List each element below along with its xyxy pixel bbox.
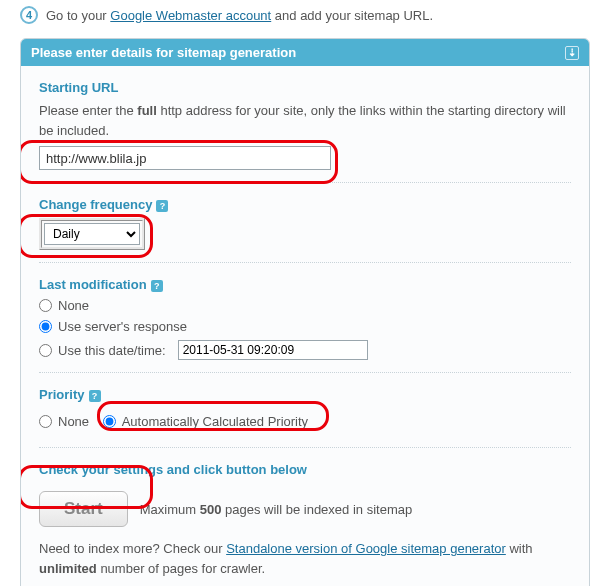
start-section-label: Check your settings and click button bel… xyxy=(39,447,571,477)
sitemap-form-panel: Please enter details for sitemap generat… xyxy=(20,38,590,586)
lastmod-date-input[interactable] xyxy=(178,340,368,360)
priority-label: Priority? xyxy=(39,372,571,402)
help-icon[interactable]: ? xyxy=(156,200,168,212)
help-icon[interactable]: ? xyxy=(89,390,101,402)
priority-auto-label: Automatically Calculated Priority xyxy=(122,414,308,429)
last-modification-label: Last modification? xyxy=(39,262,571,292)
lastmod-none-radio[interactable] xyxy=(39,299,52,312)
panel-header: Please enter details for sitemap generat… xyxy=(21,39,589,66)
lastmod-server-label: Use server's response xyxy=(58,319,187,334)
standalone-generator-link[interactable]: Standalone version of Google sitemap gen… xyxy=(226,541,506,556)
index-more-note: Need to index more? Check our Standalone… xyxy=(39,539,571,578)
change-frequency-wrap: Daily xyxy=(39,218,145,250)
priority-none-label: None xyxy=(58,414,89,429)
starting-url-desc: Please enter the full http address for y… xyxy=(39,101,571,140)
help-icon[interactable]: ? xyxy=(151,280,163,292)
step-text: Go to your Google Webmaster account and … xyxy=(46,8,433,23)
priority-auto-radio[interactable] xyxy=(103,415,116,428)
lastmod-date-label: Use this date/time: xyxy=(58,343,166,358)
starting-url-label: Starting URL xyxy=(39,80,571,95)
step-4-instruction: 4 Go to your Google Webmaster account an… xyxy=(20,6,590,24)
starting-url-input[interactable] xyxy=(39,146,331,170)
google-webmaster-link[interactable]: Google Webmaster account xyxy=(110,8,271,23)
lastmod-date-radio[interactable] xyxy=(39,344,52,357)
start-button[interactable]: Start xyxy=(39,491,128,527)
lastmod-server-radio[interactable] xyxy=(39,320,52,333)
max-pages-note: Maximum 500 pages will be indexed in sit… xyxy=(140,502,412,517)
priority-none-radio[interactable] xyxy=(39,415,52,428)
step-number-badge: 4 xyxy=(20,6,38,24)
change-frequency-select[interactable]: Daily xyxy=(44,223,140,245)
lastmod-none-label: None xyxy=(58,298,89,313)
change-frequency-label: Change frequency? xyxy=(39,182,571,212)
collapse-icon[interactable]: ⇣ xyxy=(565,46,579,60)
panel-title: Please enter details for sitemap generat… xyxy=(31,45,296,60)
